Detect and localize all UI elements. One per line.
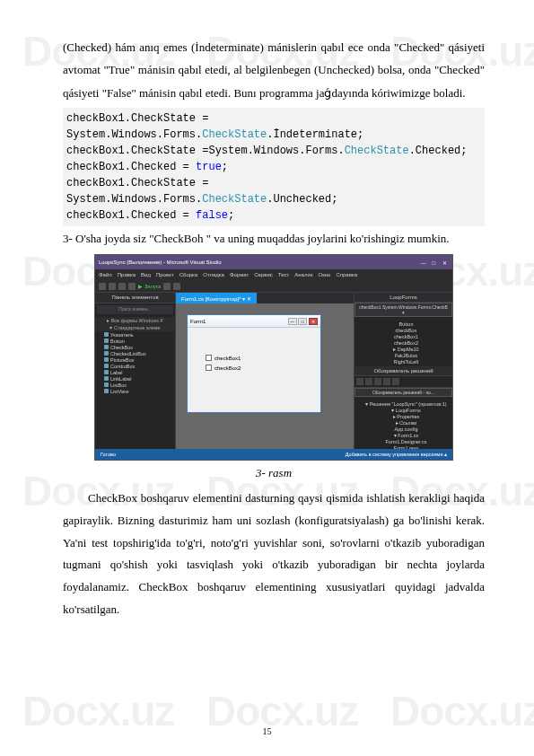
combobox-icon <box>104 364 109 368</box>
toolbox-item[interactable]: ListBox <box>95 382 175 388</box>
toolbar-icon[interactable] <box>99 283 106 290</box>
close-icon[interactable]: ✕ <box>440 259 449 266</box>
designer-surface[interactable]: Form1 — □ ✕ checkBox1 <box>176 303 354 449</box>
form-title-text: Form1 <box>190 319 206 324</box>
toolbar-icon[interactable] <box>118 283 126 290</box>
toolbox-item[interactable]: Label <box>95 369 175 375</box>
designer-tabs: Form1.cs [Конструктор]* ▾ ✕ <box>176 293 354 303</box>
toolbox-item[interactable]: ComboBox <box>95 363 175 369</box>
menu-item[interactable]: Анализ <box>294 272 312 277</box>
form-window-controls: — □ ✕ <box>288 318 318 325</box>
solution-search[interactable]: Обозреватель решений - по... <box>355 388 452 397</box>
tree-node[interactable]: Button <box>357 321 450 327</box>
tree-node[interactable]: FakJBolos <box>357 352 450 358</box>
form-maximize-icon[interactable]: □ <box>298 318 307 325</box>
status-right[interactable]: Добавить в систему управления версиями ▴ <box>346 452 447 457</box>
menu-item[interactable]: Сервис <box>254 272 273 277</box>
form-body: checkBox1 checkBox2 <box>188 328 320 401</box>
code-text: checkBox1.CheckState =System.Windows.For… <box>66 145 345 157</box>
toolbox-group[interactable]: ▸ Все формы Windows F <box>95 317 175 324</box>
toolbox-item-label: Label <box>110 370 122 375</box>
toolbox-item[interactable]: PictureBox <box>95 356 175 363</box>
tree-node[interactable]: Form1.Designer.cs <box>357 438 450 444</box>
ide-body: Панель элементов Поиск элемен... ▸ Все ф… <box>95 293 452 449</box>
toolbox-item-label: LinkLabel <box>110 376 132 382</box>
ide-menubar: Файл Правка Вид Проект Сборка Отладка Фо… <box>95 269 452 280</box>
menu-item[interactable]: Файл <box>99 272 112 277</box>
tree-node[interactable]: checkBox <box>357 327 450 333</box>
checkbox-box-icon[interactable] <box>206 355 212 361</box>
toolbox-item[interactable]: ListView <box>95 388 175 394</box>
ide-window: LoopsSync (Выполнение) - Microsoft Visua… <box>94 254 453 461</box>
toolbox-tab[interactable]: Панель элементов <box>95 293 175 303</box>
menu-item[interactable]: Правка <box>118 272 136 277</box>
tree-node[interactable]: RightToLeft <box>357 358 450 365</box>
code-type: CheckState <box>202 128 267 141</box>
toolbar-icon[interactable] <box>392 378 399 385</box>
tree-node[interactable]: ▾ Form1.cs <box>357 432 450 438</box>
form-minimize-icon[interactable]: — <box>288 318 297 325</box>
toolbar-icon[interactable] <box>163 283 171 290</box>
tree-node[interactable]: ▾ LoopForms <box>357 407 450 413</box>
toolbar-icon[interactable] <box>365 378 372 385</box>
code-keyword: true <box>196 161 222 173</box>
watermark: Docx.uz <box>390 687 534 735</box>
code-type: CheckState <box>345 145 409 157</box>
toolbox-item[interactable]: Button <box>95 338 175 344</box>
properties-head: LoopForms <box>355 293 452 303</box>
tree-node[interactable]: App.config <box>357 426 450 432</box>
start-button[interactable]: ▶ Запуск <box>138 283 161 289</box>
menu-item[interactable]: Справка <box>336 272 357 277</box>
menu-item[interactable]: Отладка <box>203 272 224 277</box>
figure-caption: 3- rasm <box>63 466 485 480</box>
menu-item[interactable]: Окно <box>319 272 331 277</box>
code-text: checkBox1.Checked = <box>66 161 196 173</box>
tree-node[interactable]: checkBox2 <box>357 339 450 346</box>
form-close-icon[interactable]: ✕ <box>309 318 318 325</box>
code-text: checkBox1.Checked = <box>66 209 196 222</box>
toolbar-icon[interactable] <box>383 378 390 385</box>
tree-node[interactable]: ▸ Properties <box>357 413 450 419</box>
toolbox-item[interactable]: CheckBox <box>95 344 175 350</box>
toolbox-item[interactable]: Указатель <box>95 331 175 338</box>
code-text: checkBox1.CheckState = System.Windows.Fo… <box>66 177 215 206</box>
checkbox-control[interactable]: checkBox2 <box>206 365 302 371</box>
properties-selector[interactable]: checkBox1 System.Windows.Forms.CheckB ▾ <box>355 303 452 317</box>
toolbar-icon[interactable] <box>173 283 180 290</box>
menu-item[interactable]: Тест <box>278 272 289 277</box>
toolbox-item[interactable]: LinkLabel <box>95 375 175 382</box>
checkbox-box-icon[interactable] <box>206 365 212 371</box>
toolbox-item[interactable]: CheckedListBox <box>95 350 175 356</box>
minimize-icon[interactable]: — <box>419 260 428 266</box>
form-preview[interactable]: Form1 — □ ✕ checkBox1 <box>187 314 321 413</box>
designer-tab[interactable]: Form1.cs [Конструктор]* ▾ ✕ <box>176 293 257 303</box>
menu-item[interactable]: Формат <box>230 272 249 277</box>
toolbox-panel: Панель элементов Поиск элемен... ▸ Все ф… <box>95 293 176 449</box>
menu-item[interactable]: Сборка <box>179 272 198 277</box>
tree-node[interactable]: ▸ Ссылки <box>357 419 450 426</box>
toolbox-item-label: ComboBox <box>110 364 135 369</box>
toolbar-icon[interactable] <box>356 378 363 385</box>
tree-node[interactable]: ▸ DapMe10 <box>357 346 450 352</box>
toolbox-search[interactable]: Поиск элемен... <box>97 305 173 314</box>
menu-item[interactable]: Вид <box>141 272 151 277</box>
maximize-icon[interactable]: □ <box>429 260 438 266</box>
picturebox-icon <box>104 357 109 362</box>
code-block: checkBox1.CheckState = System.Windows.Fo… <box>63 108 485 226</box>
toolbox-group[interactable]: ▾ Стандартные элеме <box>95 324 175 331</box>
toolbar-icon[interactable] <box>374 378 381 385</box>
tree-node[interactable]: checkBox1 <box>357 333 450 339</box>
ide-toolbar: ▶ Запуск <box>95 280 452 293</box>
code-text: ; <box>222 161 228 173</box>
tree-node[interactable]: ▾ Решения "LoopSync" (проектов:1) <box>357 400 450 407</box>
checkedlistbox-icon <box>104 351 109 356</box>
checkbox-control[interactable]: checkBox1 <box>206 355 302 361</box>
toolbar-icon[interactable] <box>109 283 116 290</box>
solution-toolbar <box>355 376 452 388</box>
menu-item[interactable]: Проект <box>156 272 174 277</box>
designer-panel: Form1.cs [Конструктор]* ▾ ✕ Form1 — □ ✕ <box>176 293 354 449</box>
code-text: ; <box>228 209 234 222</box>
toolbar-icon[interactable] <box>128 283 136 290</box>
toolbox-item-label: ListView <box>110 389 128 394</box>
checkbox-label: checkBox2 <box>214 365 241 371</box>
